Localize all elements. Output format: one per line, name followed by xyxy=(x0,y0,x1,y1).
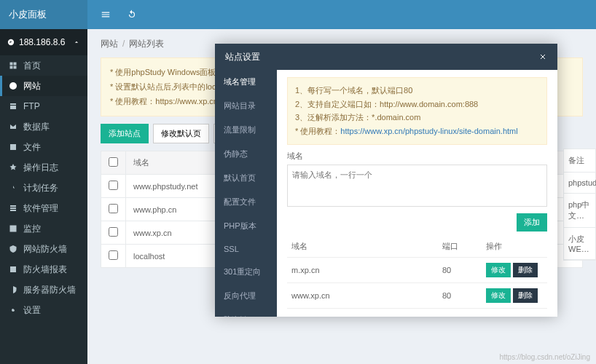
nav-icon xyxy=(9,163,17,172)
sidebar-item-label: 首页 xyxy=(23,60,41,72)
row-checkbox[interactable] xyxy=(109,250,118,260)
sidebar-item-10[interactable]: 防火墙报表 xyxy=(0,259,87,280)
nav-icon xyxy=(9,306,17,314)
nav-icon xyxy=(9,204,17,213)
domain-label: 域名 xyxy=(287,151,547,162)
modal-nav-item[interactable]: 301重定向 xyxy=(215,260,277,284)
domain-row: www.xp.cn80修改删除 xyxy=(287,282,547,308)
site-settings-modal: 站点设置 域名管理网站目录流量限制伪静态默认首页配置文件PHP版本SSL301重… xyxy=(215,44,557,317)
nav-icon xyxy=(9,102,17,111)
select-all-checkbox[interactable] xyxy=(109,157,118,167)
cell-port: 80 xyxy=(438,282,482,308)
modal-nav-item[interactable]: 防盗链 xyxy=(215,308,277,317)
row-checkbox[interactable] xyxy=(109,204,118,213)
sidebar-item-5[interactable]: 操作日志 xyxy=(0,157,87,178)
nav-icon xyxy=(9,183,17,192)
sidebar-item-label: 防火墙报表 xyxy=(23,264,67,276)
add-domain-button[interactable]: 添加 xyxy=(517,213,547,232)
nav-icon xyxy=(9,122,17,131)
sidebar-item-label: 设置 xyxy=(23,304,41,317)
modal-nav-item[interactable]: 流量限制 xyxy=(215,118,277,142)
watermark: https://blog.csdn.net/oZiJing xyxy=(499,353,590,361)
chevron-up-icon xyxy=(73,39,80,46)
delete-button[interactable]: 删除 xyxy=(513,263,538,277)
server-selector[interactable]: 188.186.8.6 xyxy=(0,29,87,55)
modal-nav-item[interactable]: 配置文件 xyxy=(215,190,277,214)
modal-nav-item[interactable]: SSL xyxy=(215,238,277,260)
modal-nav-item[interactable]: PHP版本 xyxy=(215,214,277,238)
sidebar-item-label: 监控 xyxy=(23,223,41,235)
sidebar-item-1[interactable]: 网站 xyxy=(0,76,87,96)
sidebar-item-label: 计划任务 xyxy=(23,182,58,194)
nav-icon xyxy=(9,265,17,274)
cell-domain: m.xp.cn xyxy=(287,257,438,282)
cell-remark: php中文… xyxy=(564,194,595,228)
domain-row: m.xp.cn80修改删除 xyxy=(287,257,547,282)
sidebar-item-label: 数据库 xyxy=(23,121,50,133)
tutorial-link[interactable]: https://www.xp.cn/phpstudy-linux/site-do… xyxy=(340,127,517,135)
sidebar-item-4[interactable]: 文件 xyxy=(0,137,87,157)
sidebar-item-7[interactable]: 软件管理 xyxy=(0,198,87,218)
sidebar-item-9[interactable]: 网站防火墙 xyxy=(0,239,87,259)
row-checkbox[interactable] xyxy=(109,227,118,237)
sidebar-item-label: 服务器防火墙 xyxy=(23,284,76,296)
sidebar-item-2[interactable]: FTP xyxy=(0,96,87,116)
cell-remark: phpstud… xyxy=(564,173,595,194)
row-checkbox[interactable] xyxy=(109,181,118,190)
sidebar-item-label: 操作日志 xyxy=(23,162,58,174)
modal-nav-item[interactable]: 反向代理 xyxy=(215,284,277,308)
delete-button[interactable]: 删除 xyxy=(513,288,538,303)
sidebar-item-3[interactable]: 数据库 xyxy=(0,116,87,137)
modal-nav-item[interactable]: 网站目录 xyxy=(215,94,277,118)
nav-icon xyxy=(9,61,17,70)
domain-textarea[interactable] xyxy=(287,165,547,207)
edit-button[interactable]: 修改 xyxy=(486,263,511,277)
sidebar-item-label: 网站 xyxy=(23,80,41,92)
sidebar-item-6[interactable]: 计划任务 xyxy=(0,178,87,198)
modal-nav-item[interactable]: 伪静态 xyxy=(215,142,277,166)
modal-nav-item[interactable]: 域名管理 xyxy=(215,70,277,94)
sidebar-item-0[interactable]: 首页 xyxy=(0,55,87,76)
th-ops: 操作 xyxy=(482,236,547,258)
dashboard-icon xyxy=(7,39,15,46)
nav-icon xyxy=(9,224,17,233)
modal-title: 站点设置 xyxy=(225,51,260,63)
sidebar-item-8[interactable]: 监控 xyxy=(0,218,87,239)
edit-button[interactable]: 修改 xyxy=(486,288,511,303)
refresh-icon[interactable] xyxy=(127,9,137,20)
th-port: 端口 xyxy=(438,236,482,258)
nav-icon xyxy=(9,143,17,151)
server-ip: 188.186.8.6 xyxy=(19,37,65,47)
sidebar-item-12[interactable]: 设置 xyxy=(0,300,87,320)
nav-icon xyxy=(9,285,17,294)
add-site-button[interactable]: 添加站点 xyxy=(101,124,149,143)
cell-port: 80 xyxy=(438,257,482,282)
modal-nav-item[interactable]: 默认首页 xyxy=(215,166,277,190)
nav-icon xyxy=(9,245,17,253)
cell-remark: 小皮WE… xyxy=(564,228,595,260)
close-icon[interactable] xyxy=(538,52,547,61)
sidebar-item-11[interactable]: 服务器防火墙 xyxy=(0,280,87,300)
menu-toggle-icon[interactable] xyxy=(101,9,111,20)
sidebar-item-label: 网站防火墙 xyxy=(23,243,67,256)
sidebar-item-label: FTP xyxy=(23,101,40,111)
modify-default-button[interactable]: 修改默认页 xyxy=(153,124,209,143)
sidebar-item-label: 文件 xyxy=(23,141,41,154)
col-remark: 备注 xyxy=(564,149,595,173)
tip-box: 1、每行写一个域名，默认端口80 2、支持自定义端口如：http://www.d… xyxy=(287,77,547,145)
sidebar-item-label: 软件管理 xyxy=(23,202,58,215)
nav-icon xyxy=(9,82,17,90)
cell-domain: www.xp.cn xyxy=(287,282,438,308)
brand: 小皮面板 xyxy=(0,0,87,29)
th-domain: 域名 xyxy=(287,236,438,258)
